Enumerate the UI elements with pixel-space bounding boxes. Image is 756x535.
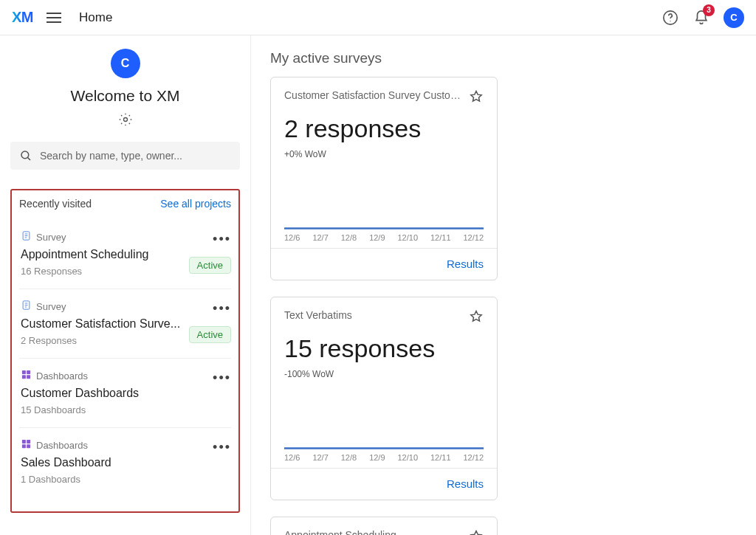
- more-menu-icon[interactable]: •••: [213, 232, 231, 247]
- grid-icon: [21, 438, 32, 452]
- item-title: Customer Dashboards: [21, 387, 213, 400]
- svg-point-2: [123, 118, 127, 122]
- svg-rect-6: [22, 370, 26, 374]
- item-title: Sales Dashboard: [21, 456, 213, 469]
- recent-item[interactable]: DashboardsSales Dashboard1 Dashboards•••: [19, 428, 231, 497]
- notification-badge: 3: [703, 4, 715, 16]
- topbar: XM Home 3 C: [0, 0, 756, 35]
- survey-card: Appointment Scheduling16 responses-80% W…: [270, 517, 498, 535]
- help-icon[interactable]: [659, 6, 682, 30]
- menu-button[interactable]: [47, 13, 61, 23]
- response-metric: 15 responses: [284, 334, 484, 363]
- more-menu-icon[interactable]: •••: [213, 440, 231, 455]
- item-subtitle: 15 Dashboards: [21, 404, 230, 415]
- grid-icon: [21, 369, 32, 382]
- svg-rect-7: [27, 370, 30, 374]
- svg-rect-13: [27, 444, 30, 448]
- favorite-star-icon[interactable]: [469, 309, 484, 327]
- more-menu-icon[interactable]: •••: [213, 370, 231, 386]
- more-menu-icon[interactable]: •••: [213, 301, 231, 317]
- clipboard-icon: [21, 300, 32, 313]
- item-type-row: Dashboards: [21, 369, 230, 382]
- svg-point-1: [670, 20, 670, 21]
- page-title: Home: [79, 10, 112, 25]
- item-type-row: Survey: [21, 300, 230, 313]
- item-type-row: Survey: [21, 230, 230, 244]
- chart-x-axis: 12/612/712/812/912/1012/1112/12: [284, 450, 484, 462]
- survey-card: Customer Satisfaction Survey Custome...2…: [270, 77, 498, 280]
- logo[interactable]: XM: [12, 9, 33, 26]
- svg-rect-12: [22, 444, 26, 448]
- recent-item[interactable]: DashboardsCustomer Dashboards15 Dashboar…: [19, 359, 231, 428]
- item-type-label: Dashboards: [36, 370, 88, 382]
- response-metric: 2 responses: [284, 114, 484, 143]
- main-content: My active surveys Customer Satisfaction …: [251, 35, 756, 535]
- search-input[interactable]: [40, 150, 231, 162]
- favorite-star-icon[interactable]: [469, 89, 484, 107]
- item-type-label: Survey: [36, 232, 66, 243]
- notifications-icon[interactable]: 3: [690, 6, 713, 30]
- results-link[interactable]: Results: [447, 258, 484, 270]
- svg-rect-8: [22, 375, 26, 379]
- item-title: Appointment Scheduling: [21, 248, 213, 261]
- recently-visited-panel: Recently visited See all projects Survey…: [10, 189, 240, 513]
- recent-item[interactable]: SurveyCustomer Satisfaction Surve...2 Re…: [19, 289, 231, 359]
- profile-avatar[interactable]: C: [724, 7, 744, 28]
- search-box[interactable]: [10, 142, 240, 170]
- recently-visited-heading: Recently visited: [19, 198, 92, 210]
- recent-item[interactable]: SurveyAppointment Scheduling16 Responses…: [19, 220, 231, 289]
- svg-rect-11: [27, 440, 30, 443]
- item-subtitle: 1 Dashboards: [21, 474, 230, 485]
- see-all-projects-link[interactable]: See all projects: [160, 198, 231, 210]
- card-title: Appointment Scheduling: [284, 529, 396, 535]
- survey-card: Text Verbatims15 responses-100% WoW12/61…: [270, 297, 498, 500]
- favorite-star-icon[interactable]: [469, 529, 484, 535]
- status-badge: Active: [189, 257, 231, 274]
- trend-chart: [284, 394, 484, 450]
- card-title: Customer Satisfaction Survey Custome...: [284, 89, 461, 101]
- results-link[interactable]: Results: [447, 477, 484, 490]
- welcome-title: Welcome to XM: [10, 87, 240, 105]
- item-type-label: Dashboards: [36, 440, 88, 451]
- active-surveys-heading: My active surveys: [270, 50, 737, 66]
- search-icon: [19, 149, 32, 162]
- status-badge: Active: [189, 326, 231, 343]
- sidebar: C Welcome to XM Recently visited See all…: [0, 35, 251, 535]
- welcome-avatar: C: [111, 49, 140, 78]
- svg-rect-10: [22, 440, 26, 443]
- settings-icon[interactable]: [118, 112, 133, 127]
- item-type-row: Dashboards: [21, 438, 230, 452]
- svg-point-3: [21, 151, 29, 159]
- clipboard-icon: [21, 230, 32, 244]
- item-type-label: Survey: [36, 301, 66, 312]
- trend-chart: [284, 174, 484, 230]
- card-title: Text Verbatims: [284, 309, 352, 321]
- item-title: Customer Satisfaction Surve...: [21, 317, 213, 331]
- chart-x-axis: 12/612/712/812/912/1012/1112/12: [284, 230, 484, 242]
- svg-rect-9: [27, 375, 30, 379]
- wow-change: +0% WoW: [284, 149, 484, 159]
- wow-change: -100% WoW: [284, 369, 484, 379]
